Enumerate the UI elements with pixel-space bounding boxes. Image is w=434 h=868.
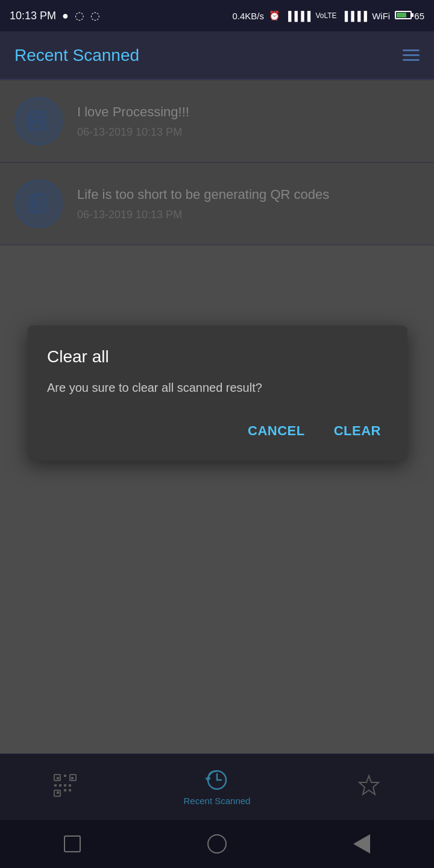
signal-icon: ▐▐▐▐	[285, 11, 311, 21]
status-right: 0.4KB/s ⏰ ▐▐▐▐ VoLTE ▐▐▐▐ WiFi 65	[232, 10, 424, 21]
page-title: Recent Scanned	[14, 46, 139, 65]
app-bar: Recent Scanned	[0, 31, 434, 80]
hamburger-line-2	[403, 54, 420, 56]
alarm-icon: ⏰	[269, 10, 280, 21]
whatsapp-icon: ●	[62, 10, 69, 22]
signal-icon-2: ▐▐▐▐	[342, 11, 368, 21]
dialog-message: Are you sure to clear all scanned result…	[47, 379, 388, 397]
dialog-title: Clear all	[47, 347, 388, 366]
wifi-icon: WiFi	[372, 11, 390, 21]
status-left: 10:13 PM ● ◌ ◌	[10, 9, 100, 22]
menu-button[interactable]	[403, 49, 420, 61]
cancel-button[interactable]: CANCEL	[241, 418, 312, 444]
status-icon-2: ◌	[90, 9, 100, 22]
clear-button[interactable]: CLEAR	[327, 418, 388, 444]
dialog-actions: CANCEL CLEAR	[47, 418, 388, 444]
time-display: 10:13 PM	[10, 10, 56, 22]
hamburger-line-3	[403, 59, 420, 61]
clear-all-dialog: Clear all Are you sure to clear all scan…	[28, 326, 407, 461]
status-icon-1: ◌	[75, 9, 84, 22]
volte-icon: VoLTE	[315, 11, 336, 20]
status-bar: 10:13 PM ● ◌ ◌ 0.4KB/s ⏰ ▐▐▐▐ VoLTE ▐▐▐▐…	[0, 0, 434, 31]
battery-display: 65	[395, 11, 424, 21]
hamburger-line-1	[403, 49, 420, 51]
network-speed: 0.4KB/s	[232, 11, 264, 21]
modal-overlay	[0, 80, 434, 868]
